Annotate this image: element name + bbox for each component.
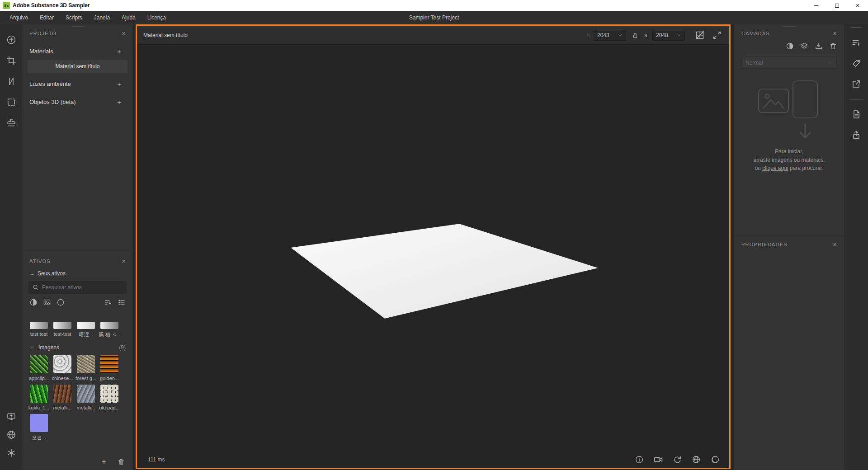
toolbar-drag-handle[interactable] <box>851 27 862 28</box>
asset-thumbnail[interactable] <box>30 355 48 373</box>
environments-filter-icon[interactable] <box>57 298 65 306</box>
asset-thumbnail[interactable] <box>77 385 95 403</box>
ativos-close-icon[interactable]: × <box>122 258 126 264</box>
share-export-icon[interactable] <box>850 129 863 141</box>
menu-ajuda[interactable]: Ajuda <box>116 11 142 24</box>
search-input[interactable] <box>42 284 123 291</box>
notes-icon[interactable] <box>850 108 863 121</box>
close-button[interactable]: × <box>847 0 868 11</box>
asset-thumbnail[interactable] <box>30 385 48 403</box>
material-item[interactable]: Material sem título <box>28 60 127 73</box>
straighten-icon[interactable] <box>5 75 18 88</box>
maximize-icon <box>835 4 839 8</box>
asset-item[interactable]: test-test <box>51 311 74 338</box>
export-frame-icon[interactable] <box>850 78 863 90</box>
viewport-controls: l: 2048 a: 2048 <box>587 29 723 41</box>
rotate-view-icon[interactable] <box>672 455 682 465</box>
screen-share-icon[interactable] <box>5 410 18 423</box>
camadas-close-icon[interactable]: × <box>833 31 837 36</box>
close-icon: × <box>856 2 859 9</box>
asset-item[interactable]: metalli... <box>75 385 97 410</box>
asset-item[interactable]: chinese... <box>51 355 74 381</box>
delete-layer-icon[interactable] <box>829 42 838 51</box>
asset-item[interactable]: metalli... <box>51 385 74 410</box>
menu-licenca[interactable]: Licença <box>142 11 172 24</box>
globe-icon[interactable] <box>691 455 701 465</box>
asset-thumbnail[interactable] <box>100 385 118 403</box>
material-plane[interactable] <box>137 45 729 468</box>
asset-thumbnail[interactable] <box>53 355 71 373</box>
blend-mode-value: Normal <box>745 60 763 66</box>
blend-mode-select[interactable]: Normal <box>741 57 837 69</box>
minimize-button[interactable] <box>806 0 826 11</box>
info-icon[interactable] <box>634 455 644 465</box>
asset-thumbnail[interactable] <box>77 355 95 373</box>
add-material-icon[interactable]: + <box>117 47 121 55</box>
asset-item[interactable]: 曙浬... <box>75 311 97 338</box>
asset-item[interactable]: 오른... <box>28 414 50 441</box>
environment-sphere-icon[interactable] <box>710 455 720 465</box>
web-icon[interactable] <box>5 428 18 441</box>
propriedades-close-icon[interactable]: × <box>833 242 837 247</box>
filter-layer-icon[interactable] <box>785 42 794 51</box>
lock-ratio-icon[interactable] <box>630 30 641 41</box>
asset-thumbnail[interactable] <box>100 322 118 329</box>
list-view-icon[interactable] <box>118 298 126 306</box>
import-layer-icon[interactable] <box>814 42 823 51</box>
menu-arquivo[interactable]: Arquivo <box>4 11 34 24</box>
asset-thumbnail[interactable] <box>53 385 71 403</box>
minimize-icon <box>814 5 818 6</box>
image-assets-grid: appclip... chinese... forest g... golden… <box>22 352 133 445</box>
asset-thumbnail[interactable] <box>30 322 48 329</box>
plugins-icon[interactable] <box>5 446 18 459</box>
adjustments-icon[interactable] <box>850 36 863 49</box>
menu-editar[interactable]: Editar <box>34 11 60 24</box>
maximize-button[interactable] <box>826 0 847 11</box>
asset-thumbnail[interactable] <box>100 355 118 373</box>
effect-layer-icon[interactable] <box>800 42 809 51</box>
images-filter-icon[interactable] <box>43 298 51 306</box>
height-select[interactable]: 2048 <box>652 30 685 41</box>
menu-janela[interactable]: Janela <box>88 11 116 24</box>
projeto-close-icon[interactable]: × <box>122 31 126 36</box>
asset-thumbnail[interactable] <box>77 322 95 329</box>
asset-thumbnail[interactable] <box>30 414 48 432</box>
asset-thumbnail[interactable] <box>53 322 71 329</box>
asset-item[interactable]: 黑 猫, <... <box>98 311 121 338</box>
asset-item[interactable]: old pap... <box>98 385 121 410</box>
delete-asset-icon[interactable] <box>117 457 126 466</box>
imagens-section-count: (9) <box>119 344 126 351</box>
asset-item[interactable]: golden... <box>98 355 121 381</box>
drop-zone-graphic[interactable] <box>755 80 823 138</box>
left-panel: PROJETO × Materiais + Material sem títul… <box>22 24 133 470</box>
asset-item[interactable]: appclip... <box>28 355 50 381</box>
viewport-canvas[interactable]: 111 ms <box>137 45 729 468</box>
crop-icon[interactable] <box>5 54 18 67</box>
add-asset-button[interactable]: + <box>99 457 108 466</box>
group-materiais[interactable]: Materiais + <box>22 43 133 59</box>
imagens-section-label: Imagens <box>38 344 59 351</box>
imagens-section-header[interactable]: Imagens (9) <box>22 342 133 352</box>
clone-stamp-icon[interactable] <box>5 117 18 129</box>
add-luz-icon[interactable]: + <box>117 80 121 88</box>
viewport[interactable]: Material sem título l: 2048 a: 2048 <box>136 24 731 469</box>
add-objeto-icon[interactable]: + <box>117 98 121 106</box>
sort-icon[interactable] <box>104 298 112 306</box>
asset-label: kukki_1... <box>28 405 49 410</box>
camera-icon[interactable] <box>653 455 663 465</box>
back-seus-ativos-link[interactable]: ← Seus ativos <box>22 268 133 277</box>
fullscreen-icon[interactable] <box>711 29 723 41</box>
browse-link[interactable]: clique aqui <box>762 165 788 171</box>
width-select[interactable]: 2048 <box>594 30 626 41</box>
add-asset-icon[interactable] <box>5 33 18 46</box>
menu-scripts[interactable]: Scripts <box>60 11 88 24</box>
asset-item[interactable]: kukki_1... <box>28 385 50 410</box>
group-luzes[interactable]: Luzes ambiente + <box>22 76 133 91</box>
group-objetos3d[interactable]: Objetos 3D (beta) + <box>22 94 133 109</box>
asset-item[interactable]: test test <box>28 311 50 338</box>
asset-item[interactable]: forest g... <box>75 355 97 381</box>
materials-filter-icon[interactable] <box>29 298 38 306</box>
tag-icon[interactable] <box>850 57 863 70</box>
texture-preview-toggle-icon[interactable] <box>694 29 706 41</box>
tiling-icon[interactable] <box>5 96 18 108</box>
